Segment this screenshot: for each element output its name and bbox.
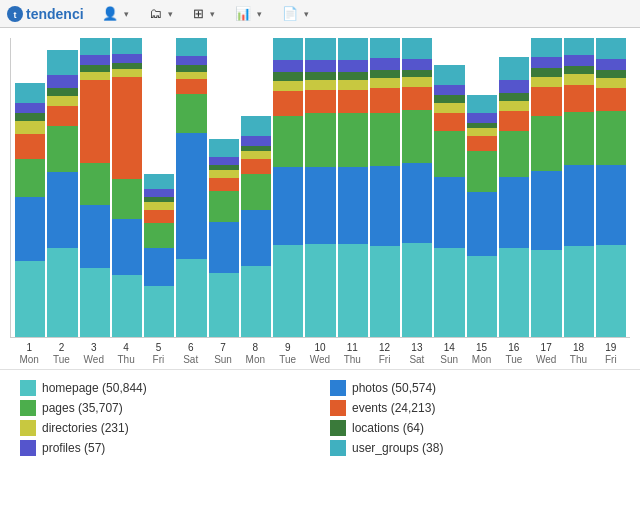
bar-segment-homepage — [370, 246, 400, 337]
bar-segment-photos — [15, 197, 45, 261]
apps-icon: ⊞ — [193, 6, 204, 21]
bar-segment-homepage — [80, 268, 110, 337]
bar-segment-pages — [596, 111, 626, 164]
bar-segment-locations — [338, 72, 368, 80]
bar-segment-profiles — [402, 59, 432, 70]
bar-segment-profiles — [176, 56, 206, 66]
bar-segment-directories — [499, 101, 529, 111]
navbar: t tendenci 👤 ▾ 🗂 ▾ ⊞ ▾ 📊 ▾ 📄 ▾ — [0, 0, 640, 28]
bar-segment-locations — [564, 66, 594, 74]
bar-segment-user_groups — [338, 38, 368, 60]
bar-segment-photos — [596, 165, 626, 246]
bar-segment-user_groups — [402, 38, 432, 59]
bar-segment-pages — [176, 94, 206, 133]
bar-segment-events — [467, 136, 497, 151]
bar-segment-events — [499, 111, 529, 131]
bar-segment-user_groups — [564, 38, 594, 55]
bar-segment-photos — [112, 219, 142, 275]
x-label: 16Tue — [499, 340, 529, 365]
bar-segment-homepage — [15, 261, 45, 337]
legend-item-pages: pages (35,707) — [20, 400, 310, 416]
x-label: 8Mon — [240, 340, 270, 365]
community-icon: 🗂 — [149, 6, 162, 21]
logo-icon: t — [6, 5, 24, 23]
x-label: 3Wed — [79, 340, 109, 365]
bar-segment-homepage — [434, 248, 464, 337]
bar-group — [338, 38, 368, 337]
bar-segment-photos — [241, 210, 271, 266]
bar-group — [467, 38, 497, 337]
bar-segment-user_groups — [209, 139, 239, 157]
bar-segment-photos — [338, 167, 368, 244]
bar-segment-user_groups — [47, 50, 77, 75]
bar-group — [80, 38, 110, 337]
legend-item-homepage: homepage (50,844) — [20, 380, 310, 396]
bar-segment-directories — [209, 170, 239, 178]
nav-reports[interactable]: 📊 ▾ — [227, 0, 270, 27]
bar-segment-events — [241, 159, 271, 174]
bar-segment-directories — [144, 202, 174, 210]
x-label: 17Wed — [531, 340, 561, 365]
svg-text:t: t — [14, 10, 17, 20]
bar-segment-homepage — [499, 248, 529, 337]
legend-label-photos: photos (50,574) — [352, 381, 436, 395]
bar-group — [596, 38, 626, 337]
bar-segment-homepage — [273, 245, 303, 337]
legend-color-locations — [330, 420, 346, 436]
legend-label-events: events (24,213) — [352, 401, 435, 415]
bar-segment-profiles — [564, 55, 594, 66]
caret-icon: ▾ — [257, 9, 262, 19]
bar-group — [176, 38, 206, 337]
x-label: 11Thu — [337, 340, 367, 365]
bar-segment-photos — [467, 192, 497, 256]
x-label: 15Mon — [466, 340, 496, 365]
bar-segment-directories — [112, 69, 142, 77]
legend-color-directories — [20, 420, 36, 436]
bar-segment-profiles — [241, 136, 271, 146]
logo: t tendenci — [6, 5, 84, 23]
user-icon: 👤 — [102, 6, 118, 21]
legend-item-photos: photos (50,574) — [330, 380, 620, 396]
bar-segment-pages — [305, 113, 335, 167]
bar-segment-photos — [47, 172, 77, 248]
bar-segment-user_groups — [80, 38, 110, 55]
bar-segment-pages — [531, 116, 561, 171]
nav-apps[interactable]: ⊞ ▾ — [185, 0, 223, 27]
x-label: 2Tue — [46, 340, 76, 365]
bar-segment-profiles — [499, 80, 529, 93]
legend-item-profiles: profiles (57) — [20, 440, 310, 456]
bar-segment-user_groups — [305, 38, 335, 60]
nav-pages[interactable]: 📄 ▾ — [274, 0, 317, 27]
x-label: 18Thu — [563, 340, 593, 365]
bar-segment-photos — [531, 171, 561, 250]
x-label: 5Fri — [143, 340, 173, 365]
bar-segment-events — [15, 134, 45, 159]
bar-segment-photos — [370, 166, 400, 246]
bar-segment-pages — [402, 110, 432, 163]
legend-color-events — [330, 400, 346, 416]
nav-user[interactable]: 👤 ▾ — [94, 0, 137, 27]
bar-chart — [10, 38, 630, 338]
nav-community[interactable]: 🗂 ▾ — [141, 0, 181, 27]
bar-segment-photos — [209, 222, 239, 273]
bar-group — [564, 38, 594, 337]
bar-segment-user_groups — [531, 38, 561, 57]
caret-icon: ▾ — [168, 9, 173, 19]
bar-segment-pages — [15, 159, 45, 197]
bar-segment-profiles — [370, 58, 400, 70]
chart-container: 1Mon2Tue3Wed4Thu5Fri6Sat7Sun8Mon9Tue10We… — [0, 28, 640, 365]
bar-segment-events — [564, 85, 594, 112]
bar-segment-directories — [531, 77, 561, 87]
bar-segment-directories — [305, 80, 335, 90]
bar-segment-locations — [531, 68, 561, 77]
bar-segment-homepage — [176, 259, 206, 337]
chart-legend: homepage (50,844)photos (50,574)pages (3… — [0, 369, 640, 466]
bar-segment-photos — [176, 133, 206, 259]
bar-segment-homepage — [112, 275, 142, 337]
bar-segment-directories — [564, 74, 594, 85]
bar-segment-homepage — [47, 248, 77, 337]
legend-item-events: events (24,213) — [330, 400, 620, 416]
bar-group — [370, 38, 400, 337]
legend-color-user_groups — [330, 440, 346, 456]
bar-segment-locations — [273, 72, 303, 80]
